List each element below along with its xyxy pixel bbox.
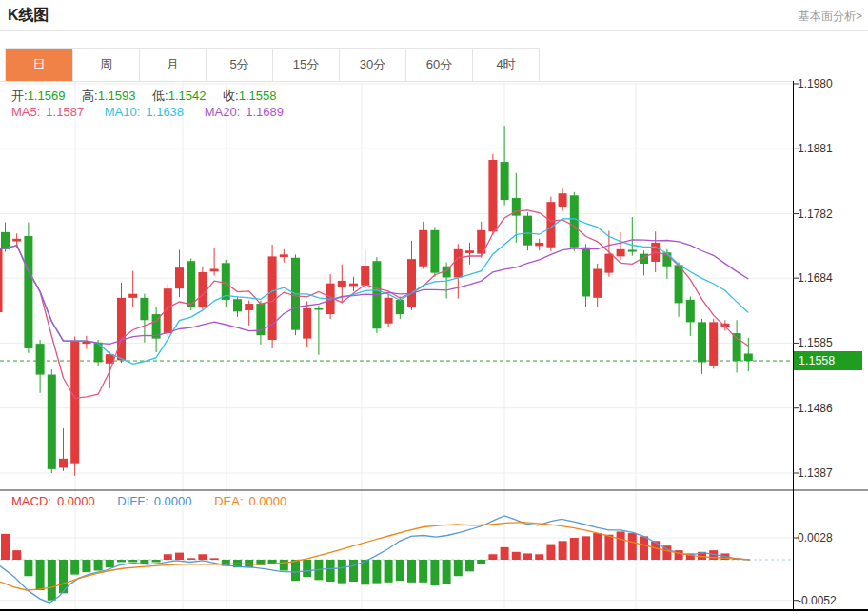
price-axis-label: 1.1980 [798,77,833,90]
macd-value: 0.0000 [57,494,95,508]
period-tabbar: 日 周 月 5分 15分 30分 60分 4时 [5,48,540,82]
macd-readout: MACD:0.0000 DIFF:0.0000 DEA:0.0000 [11,494,292,508]
tab-5min[interactable]: 5分 [206,49,272,81]
macd-axis-label: 0.0028 [798,531,833,545]
price-axis-label: 1.1782 [798,208,833,221]
ma10-value: 1.1638 [146,105,184,119]
ma10-label: MA10: [105,105,141,119]
header-divider [0,30,868,31]
high-label: 高: [82,89,98,103]
fundamental-analysis-link[interactable]: 基本面分析> [799,9,862,25]
close-value: 1.1558 [239,89,277,103]
tab-4hour[interactable]: 4时 [472,49,539,81]
current-price-value: 1.1558 [794,351,862,370]
ma5-value: 1.1587 [46,105,84,119]
tab-month[interactable]: 月 [139,49,206,81]
dea-value: 0.0000 [249,494,287,508]
price-axis-label: 1.1585 [798,336,833,349]
tab-30min[interactable]: 30分 [339,49,405,81]
price-axis-label: 1.1387 [798,466,833,480]
macd-axis-label: -0.0052 [798,594,837,607]
page-title: K线图 [8,6,49,26]
tab-60min[interactable]: 60分 [405,49,472,81]
high-value: 1.1593 [98,89,136,103]
tab-day[interactable]: 日 [6,49,72,81]
dea-label: DEA: [214,494,243,508]
diff-value: 0.0000 [154,494,192,508]
open-label: 开: [11,89,28,103]
ma-readout: MA5:1.1587 MA10:1.1638 MA20:1.1689 [11,105,289,119]
price-axis-label: 1.1486 [798,402,833,415]
low-label: 低: [152,89,168,103]
price-axis-label: 1.1881 [798,142,833,155]
diff-label: DIFF: [117,494,148,508]
current-price-badge: 1.1558 [794,351,862,370]
open-value: 1.1569 [28,89,66,103]
tab-week[interactable]: 周 [72,49,139,81]
ma5-label: MA5: [11,105,40,119]
ma20-value: 1.1689 [246,105,284,119]
close-label: 收: [223,89,239,103]
low-value: 1.1542 [168,89,207,103]
tab-15min[interactable]: 15分 [272,49,339,81]
price-axis-label: 1.1684 [798,271,833,285]
macd-label: MACD: [11,494,51,508]
ohlc-readout: 开:1.1569 高:1.1593 低:1.1542 收:1.1558 [11,88,289,105]
ma20-label: MA20: [205,105,241,119]
kline-page: K线图 基本面分析> 日 周 月 5分 15分 30分 60分 4时 开:1.1… [0,0,868,614]
